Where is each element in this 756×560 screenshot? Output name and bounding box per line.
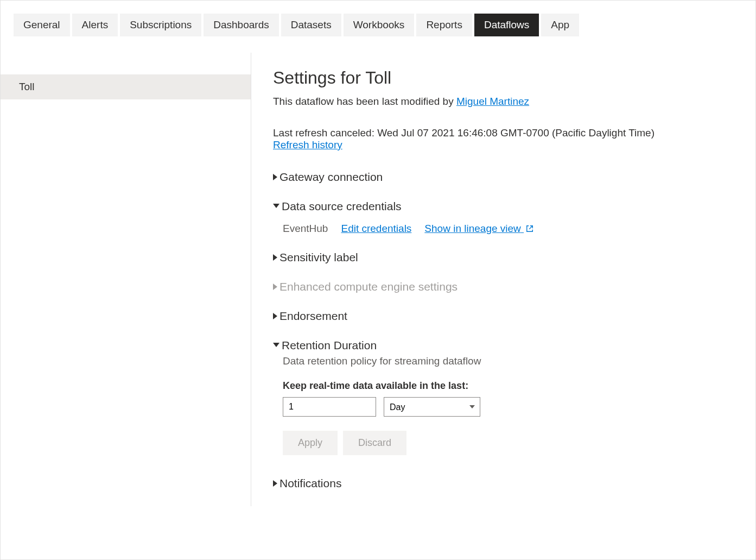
retention-value-input[interactable]	[283, 397, 376, 417]
caret-right-icon	[273, 174, 277, 180]
tab-bar: General Alerts Subscriptions Dashboards …	[1, 1, 755, 36]
section-endorsement[interactable]: Endorsement	[273, 310, 734, 323]
edit-credentials-link[interactable]: Edit credentials	[341, 223, 411, 235]
tab-dashboards[interactable]: Dashboards	[204, 14, 278, 36]
caret-down-icon	[273, 204, 279, 208]
tab-subscriptions[interactable]: Subscriptions	[120, 14, 201, 36]
modified-by-link[interactable]: Miguel Martinez	[456, 96, 529, 107]
tab-reports[interactable]: Reports	[416, 14, 472, 36]
tab-datasets[interactable]: Datasets	[281, 14, 341, 36]
retention-description: Data retention policy for streaming data…	[283, 355, 734, 367]
caret-right-icon	[273, 254, 277, 261]
tab-alerts[interactable]: Alerts	[72, 14, 118, 36]
modified-by-line: This dataflow has been last modified by …	[273, 96, 734, 108]
tab-general[interactable]: General	[14, 14, 70, 36]
section-enhanced-compute: Enhanced compute engine settings	[273, 280, 734, 293]
sidebar-item-toll[interactable]: Toll	[1, 74, 251, 99]
tab-workbooks[interactable]: Workbooks	[344, 14, 415, 36]
caret-right-icon	[273, 480, 277, 487]
tab-app[interactable]: App	[541, 14, 579, 36]
page-title: Settings for Toll	[273, 68, 734, 88]
sidebar-item-label: Toll	[19, 81, 35, 92]
refresh-history-link[interactable]: Refresh history	[273, 139, 342, 151]
credential-source-name: EventHub	[283, 223, 328, 235]
external-link-icon	[526, 225, 533, 232]
apply-button[interactable]: Apply	[283, 431, 338, 455]
retention-field-label: Keep real-time data available in the las…	[283, 380, 734, 392]
section-sensitivity-label[interactable]: Sensitivity label	[273, 251, 734, 264]
section-data-source-credentials[interactable]: Data source credentials	[273, 200, 734, 213]
caret-down-icon	[273, 343, 279, 347]
section-gateway-connection[interactable]: Gateway connection	[273, 171, 734, 184]
show-in-lineage-link[interactable]: Show in lineage view	[424, 223, 533, 235]
discard-button[interactable]: Discard	[343, 431, 406, 455]
tab-dataflows[interactable]: Dataflows	[474, 14, 539, 36]
caret-right-icon	[273, 313, 277, 319]
retention-unit-select[interactable]: Day	[384, 397, 480, 417]
section-retention-duration[interactable]: Retention Duration	[273, 339, 734, 352]
section-notifications[interactable]: Notifications	[273, 477, 734, 490]
sidebar: Toll	[1, 53, 251, 506]
main-panel: Settings for Toll This dataflow has been…	[251, 53, 755, 506]
refresh-status: Last refresh canceled: Wed Jul 07 2021 1…	[273, 127, 734, 139]
caret-right-icon	[273, 284, 277, 290]
